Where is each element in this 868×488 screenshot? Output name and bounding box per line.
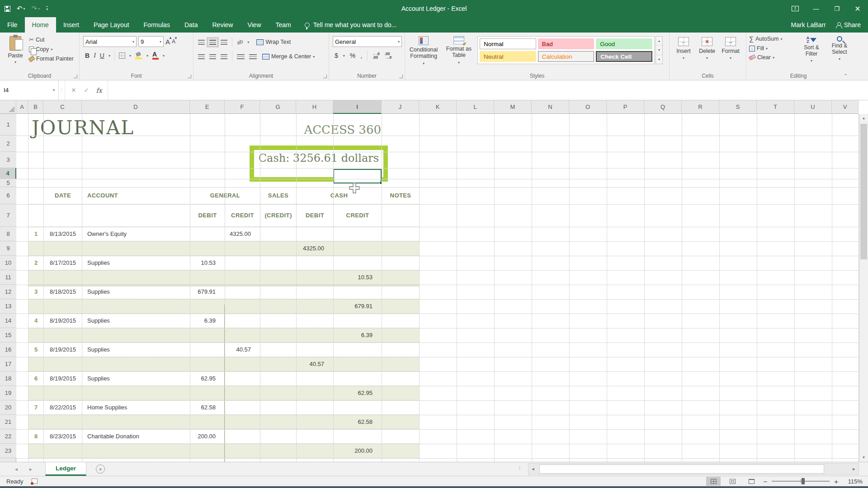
- borders-dropdown-icon[interactable]: ▾: [129, 54, 131, 58]
- cell-F14[interactable]: [225, 314, 260, 328]
- cell-G16[interactable]: [260, 343, 297, 357]
- accounting-format-button[interactable]: $: [335, 52, 338, 59]
- cell-E19[interactable]: [190, 386, 225, 400]
- cell-C11[interactable]: [44, 270, 82, 284]
- align-left-icon[interactable]: [198, 54, 205, 59]
- cell-C17[interactable]: [44, 357, 82, 371]
- zoom-slider[interactable]: [772, 481, 830, 482]
- conditional-formatting-button[interactable]: Conditional Formatting ▾: [407, 36, 440, 67]
- subheader-notes[interactable]: [382, 204, 420, 226]
- row-header-10[interactable]: 10: [0, 256, 16, 270]
- cell-I18[interactable]: [334, 371, 382, 385]
- align-center-icon[interactable]: [209, 54, 216, 59]
- column-header-P[interactable]: P: [607, 100, 644, 114]
- clipboard-dialog-launcher-icon[interactable]: [74, 75, 77, 78]
- cancel-formula-icon[interactable]: ✕: [68, 87, 80, 94]
- style-check-cell[interactable]: Check Cell: [596, 51, 652, 62]
- cell-I23[interactable]: 200.00: [334, 444, 382, 458]
- row-header-16[interactable]: 16: [0, 343, 16, 357]
- cell-J11[interactable]: [382, 270, 420, 284]
- clear-button[interactable]: Clear▾: [749, 54, 782, 61]
- ribbon-tab-data[interactable]: Data: [177, 17, 205, 33]
- cut-button[interactable]: ✂Cut: [29, 36, 74, 43]
- underline-dropdown-icon[interactable]: ▾: [108, 54, 110, 58]
- format-as-table-button[interactable]: Format as Table ▾: [442, 36, 476, 66]
- cell-F9[interactable]: [225, 241, 260, 255]
- column-header-Q[interactable]: Q: [644, 100, 682, 114]
- cell-C15[interactable]: [44, 328, 82, 342]
- subheader-cash-debit[interactable]: DEBIT: [297, 204, 334, 226]
- cell-G10[interactable]: [260, 256, 297, 270]
- font-dialog-launcher-icon[interactable]: [188, 75, 191, 78]
- cell-H21[interactable]: [297, 415, 334, 429]
- cell-D16[interactable]: Supplies: [82, 343, 190, 357]
- row-header-2[interactable]: 2: [0, 136, 16, 152]
- formula-bar-resize-handle[interactable]: ⋮: [59, 80, 65, 100]
- cell-G20[interactable]: [260, 400, 297, 414]
- cell-C9[interactable]: [44, 241, 82, 255]
- font-color-dropdown-icon[interactable]: ▾: [163, 54, 165, 58]
- cell-C22[interactable]: 8/23/2015: [44, 429, 82, 443]
- column-header-D[interactable]: D: [82, 100, 190, 114]
- cell-H16[interactable]: [297, 343, 334, 357]
- cell-H15[interactable]: [297, 328, 334, 342]
- column-header-I[interactable]: I: [333, 100, 382, 114]
- cell-J22[interactable]: [382, 429, 420, 443]
- cell-F13[interactable]: [225, 299, 260, 313]
- cell-H19[interactable]: [297, 386, 334, 400]
- insert-cells-button[interactable]: ← Insert ▾: [672, 37, 695, 60]
- cell-I16[interactable]: [334, 343, 382, 357]
- ribbon-tab-team[interactable]: Team: [269, 17, 298, 33]
- minimize-button[interactable]: —: [806, 0, 826, 17]
- cell-E14[interactable]: 6.39: [190, 314, 225, 328]
- new-sheet-button[interactable]: +: [96, 465, 105, 474]
- cell-D22[interactable]: Charitable Donation: [82, 429, 190, 443]
- header-entry-col[interactable]: [28, 187, 44, 204]
- restore-button[interactable]: ❐: [826, 0, 847, 17]
- cell-C18[interactable]: 8/19/2015: [44, 371, 82, 385]
- ribbon-tab-home[interactable]: Home: [25, 17, 56, 33]
- cell-C16[interactable]: 8/19/2015: [44, 343, 82, 357]
- middle-align-icon[interactable]: [209, 40, 216, 45]
- font-size-select[interactable]: 9▾: [138, 36, 164, 47]
- cell-D20[interactable]: Home Supplies: [82, 400, 190, 414]
- header-cash[interactable]: CASH: [297, 187, 382, 204]
- insert-function-icon[interactable]: fx: [93, 87, 105, 94]
- row-header-13[interactable]: 13: [0, 299, 16, 314]
- fill-color-dropdown-icon[interactable]: ▾: [146, 54, 148, 58]
- cell-I12[interactable]: [334, 285, 382, 299]
- cell-G15[interactable]: [260, 328, 297, 342]
- increase-indent-icon[interactable]: [249, 54, 257, 59]
- cell-C8[interactable]: 8/13/2015: [44, 227, 82, 241]
- ribbon-tab-review[interactable]: Review: [205, 17, 241, 33]
- cell-J12[interactable]: [382, 285, 420, 299]
- next-sheet-icon[interactable]: ►: [24, 462, 37, 476]
- cell-H17[interactable]: 40.57: [297, 357, 334, 371]
- name-box-dropdown-icon[interactable]: ▾: [53, 88, 55, 92]
- merge-dropdown-icon[interactable]: ▾: [313, 55, 315, 59]
- gallery-up-icon[interactable]: ▲: [656, 37, 662, 46]
- column-header-F[interactable]: F: [225, 100, 260, 114]
- column-header-T[interactable]: T: [757, 100, 794, 114]
- cell-G13[interactable]: [260, 299, 297, 313]
- column-header-H[interactable]: H: [296, 100, 333, 114]
- horizontal-scroll-thumb[interactable]: [539, 465, 824, 474]
- select-all-corner[interactable]: [0, 100, 16, 114]
- cell-C12[interactable]: 8/18/2015: [44, 285, 82, 299]
- cell-E16[interactable]: [190, 343, 225, 357]
- cell-G9[interactable]: [260, 241, 297, 255]
- cell-D14[interactable]: Supplies: [82, 314, 190, 328]
- gallery-more-icon[interactable]: ▼: [656, 55, 662, 64]
- cell-C10[interactable]: 8/17/2015: [44, 256, 82, 270]
- macro-record-icon[interactable]: [32, 479, 38, 484]
- vertical-scroll-thumb[interactable]: [860, 124, 867, 259]
- row-header-11[interactable]: 11: [0, 270, 16, 285]
- cell-J18[interactable]: [382, 371, 420, 385]
- sheet-tab-ledger[interactable]: Ledger: [45, 462, 86, 476]
- cell-B16[interactable]: 5: [28, 343, 44, 357]
- header-sales[interactable]: SALES: [260, 187, 297, 204]
- cell-B8[interactable]: 1: [28, 227, 44, 241]
- decrease-indent-icon[interactable]: [237, 54, 245, 59]
- prev-sheet-icon[interactable]: ◄: [10, 462, 23, 476]
- column-header-N[interactable]: N: [532, 100, 569, 114]
